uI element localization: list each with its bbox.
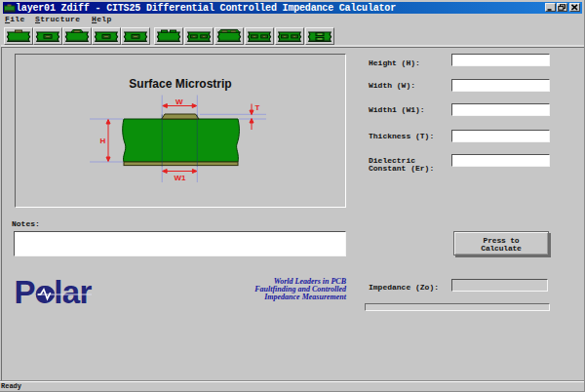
svg-text:W1: W1 [175,174,187,182]
svg-text:H: H [100,137,106,145]
svg-text:T: T [255,103,260,112]
svg-text:W: W [176,98,183,106]
